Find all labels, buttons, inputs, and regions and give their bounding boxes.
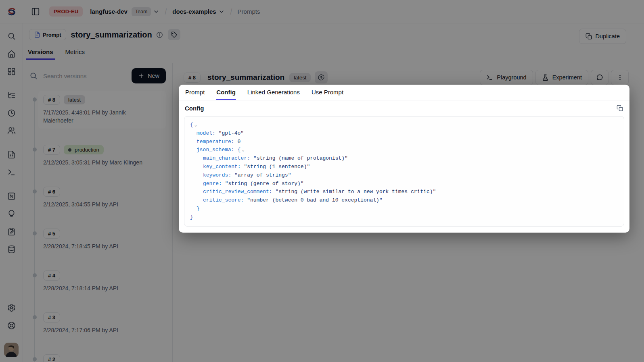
code-line: genre: "string (genre of story)" <box>190 180 618 188</box>
code-line: keywords: "array of strings" <box>190 171 618 180</box>
code-token-brace: } <box>197 206 200 212</box>
code-token-val: "string (genre of story)" <box>225 181 304 187</box>
code-line: critic_review_comment: "string (write si… <box>190 188 618 196</box>
code-token-key: key_content: <box>203 164 241 170</box>
card-tab-use-prompt[interactable]: Use Prompt <box>311 85 344 100</box>
code-token-val: "string (1 sentence)" <box>244 164 310 170</box>
code-line: temperature: 0 <box>190 138 618 146</box>
code-line: critic_score: "number (between 0 bad and… <box>190 196 618 205</box>
card-tab-config[interactable]: Config <box>216 85 236 100</box>
code-token-val: "string (write similar to a new york tim… <box>275 189 436 195</box>
code-token-key: keywords: <box>203 172 231 178</box>
code-line: main_character: "string (name of protago… <box>190 154 618 163</box>
code-line: {⌄ <box>190 121 618 129</box>
config-section-title: Config <box>185 105 204 112</box>
code-line: } <box>190 205 618 213</box>
code-token-key: main_character: <box>203 155 250 161</box>
langfuse-app: PROD-EU langfuse-dev Team / docs-example… <box>0 0 644 362</box>
code-token-brace: } <box>190 214 193 220</box>
card-tab-prompt[interactable]: Prompt <box>185 85 205 100</box>
code-token-val: 0 <box>237 139 240 145</box>
copy-config-button[interactable] <box>617 105 623 112</box>
collapse-chevron-icon[interactable]: ⌄ <box>242 148 245 152</box>
code-token-brace: { <box>190 122 193 128</box>
code-line: key_content: "string (1 sentence)" <box>190 163 618 171</box>
code-token-key: critic_score: <box>203 197 244 203</box>
config-detail-card: PromptConfigLinked GenerationsUse Prompt… <box>179 85 629 233</box>
code-line: json_schema: {⌄ <box>190 146 618 154</box>
code-line: model: "gpt-4o" <box>190 129 618 138</box>
code-token-val: "array of strings" <box>234 172 291 178</box>
code-token-key: genre: <box>203 181 222 187</box>
code-token-key: model: <box>197 130 215 136</box>
copy-icon <box>617 105 623 112</box>
code-token-key: critic_review_comment: <box>203 189 272 195</box>
detail-card-tabs: PromptConfigLinked GenerationsUse Prompt <box>179 85 629 100</box>
code-token-key: temperature: <box>197 139 234 145</box>
code-token-brace: { <box>237 147 240 153</box>
card-tab-linked-generations[interactable]: Linked Generations <box>247 85 300 100</box>
code-token-val: "gpt-4o" <box>219 130 244 136</box>
config-json-viewer: {⌄model: "gpt-4o"temperature: 0json_sche… <box>184 116 624 227</box>
code-token-val: "number (between 0 bad and 10 exceptiona… <box>247 197 382 203</box>
code-line: } <box>190 213 618 222</box>
collapse-chevron-icon[interactable]: ⌄ <box>194 123 197 127</box>
code-token-val: "string (name of protagonist)" <box>253 155 348 161</box>
code-token-key: json_schema: <box>197 147 234 153</box>
